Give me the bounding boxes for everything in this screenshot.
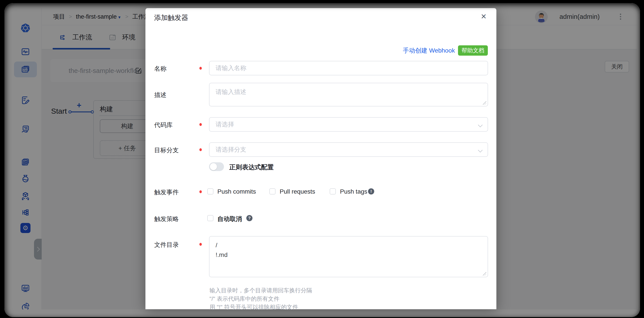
modal-help-row: 手动创建 Webhook 帮助文档: [403, 45, 488, 56]
push-commits-checkbox[interactable]: [207, 188, 214, 194]
target-branch-select[interactable]: 请选择分支: [209, 142, 488, 157]
field-label-target-branch: 目标分支: [154, 146, 179, 155]
field-label-name: 名称: [154, 65, 166, 73]
help-doc-badge[interactable]: 帮助文档: [458, 45, 488, 56]
field-label-trigger-policy: 触发策略: [154, 215, 179, 223]
alert-info-icon[interactable]: !: [368, 188, 374, 194]
regex-config-toggle[interactable]: [209, 162, 224, 171]
file-directory-hints: 输入目录时，多个目录请用回车换行分隔 "/" 表示代码库中的所有文件 用 "!"…: [210, 286, 312, 311]
chevron-down-icon: [478, 148, 482, 153]
browser-window: PM: [4, 3, 640, 317]
field-label-file-directory: 文件目录: [154, 241, 179, 249]
auto-cancel-label: 自动取消: [217, 215, 242, 223]
push-tags-label: Push tags: [340, 188, 368, 195]
hint-line: 输入目录时，多个目录请用回车换行分隔: [210, 286, 312, 295]
screenshot-root: PM: [0, 0, 644, 318]
regex-config-label: 正则表达式配置: [229, 163, 274, 172]
required-dot: [200, 243, 202, 246]
chevron-down-icon: [478, 123, 482, 127]
manual-webhook-link[interactable]: 手动创建 Webhook: [403, 46, 455, 55]
hint-line: 用 "!" 符号开头可以排除相应的文件: [210, 303, 312, 311]
push-tags-checkbox[interactable]: [330, 188, 336, 194]
required-dot: [200, 67, 202, 70]
field-label-description: 描述: [154, 91, 166, 99]
description-textarea[interactable]: [209, 83, 488, 106]
name-input[interactable]: [209, 61, 488, 75]
modal-close-icon[interactable]: ×: [477, 10, 490, 23]
modal-title: 添加触发器: [154, 13, 188, 22]
field-label-repository: 代码库: [154, 121, 173, 129]
required-dot: [200, 190, 202, 193]
add-trigger-modal: 添加触发器 × 手动创建 Webhook 帮助文档 名称 描述 代码库 请选择 …: [146, 8, 496, 309]
auto-cancel-checkbox[interactable]: [207, 215, 214, 221]
pull-requests-label: Pull requests: [280, 188, 315, 195]
field-label-trigger-events: 触发事件: [154, 188, 179, 196]
push-commits-label: Push commits: [217, 188, 256, 195]
required-dot: [200, 148, 202, 151]
required-dot: [200, 123, 202, 126]
help-question-icon[interactable]: ?: [246, 215, 252, 221]
repository-select[interactable]: 请选择: [209, 117, 488, 132]
pull-requests-checkbox[interactable]: [269, 188, 276, 194]
file-directory-textarea[interactable]: / !.md: [209, 236, 488, 277]
hint-line: "/" 表示代码库中的所有文件: [210, 295, 312, 303]
